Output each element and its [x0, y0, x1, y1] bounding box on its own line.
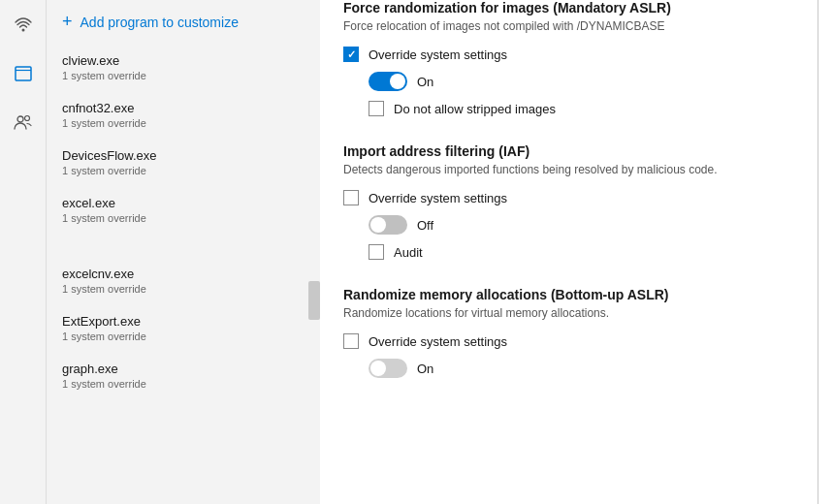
svg-rect-1: [16, 67, 31, 80]
add-program-button[interactable]: + Add program to customize: [47, 0, 320, 44]
section-title: Randomize memory allocations (Bottom-up …: [343, 287, 811, 302]
override-label-1: Override system settings: [369, 47, 507, 62]
program-name: cnfnot32.exe: [62, 101, 320, 115]
toggle-3[interactable]: [369, 359, 407, 378]
randomize-memory-section: Randomize memory allocations (Bottom-up …: [343, 287, 811, 378]
program-override: 1 system override: [62, 378, 320, 390]
override-checkbox-1[interactable]: [343, 47, 359, 62]
program-list: clview.exe 1 system override cnfnot32.ex…: [47, 44, 320, 504]
force-randomization-section: Force randomization for images (Mandator…: [343, 0, 811, 116]
svg-point-3: [17, 116, 23, 122]
section-desc: Detects dangerous imported functions bei…: [343, 163, 811, 176]
svg-point-4: [24, 116, 29, 121]
program-name: graph.exe: [62, 362, 320, 376]
list-item[interactable]: DevicesFlow.exe 1 system override: [62, 139, 320, 186]
program-override: 1 system override: [62, 331, 320, 342]
toggle-thumb-1: [390, 74, 405, 89]
add-program-label: Add program to customize: [80, 15, 239, 30]
svg-point-0: [21, 29, 24, 32]
list-item[interactable]: excel.exe 1 system override: [62, 186, 320, 234]
section-title: Force randomization for images (Mandator…: [343, 0, 811, 16]
list-item[interactable]: graph.exe 1 system override: [62, 352, 320, 399]
program-name: DevicesFlow.exe: [62, 148, 320, 163]
list-gap: [62, 234, 320, 257]
list-item[interactable]: clview.exe 1 system override: [62, 44, 320, 91]
audit-label: Audit: [394, 245, 423, 260]
toggle-label-1: On: [417, 75, 433, 89]
toggle-label-3: On: [417, 362, 433, 376]
toggle-off-2[interactable]: [369, 215, 407, 235]
override-system-setting-1: Override system settings: [343, 47, 811, 62]
list-item[interactable]: cnfnot32.exe 1 system override: [62, 91, 320, 139]
toggle-off-row: Off: [343, 215, 811, 235]
nav-icon-column: [0, 0, 47, 504]
plus-icon: +: [62, 12, 73, 32]
program-override: 1 system override: [62, 70, 320, 81]
toggle-on-1[interactable]: [369, 72, 407, 91]
program-override: 1 system override: [62, 117, 320, 129]
audit-row: Audit: [343, 244, 811, 260]
override-label-2: Override system settings: [369, 191, 507, 205]
stripped-images-checkbox[interactable]: [369, 101, 384, 116]
override-label-3: Override system settings: [369, 334, 507, 349]
scrollbar-thumb[interactable]: [308, 281, 320, 320]
stripped-images-label: Do not allow stripped images: [394, 102, 556, 116]
program-override: 1 system override: [62, 283, 320, 295]
toggle-thumb-2: [370, 217, 386, 233]
program-name: excelcnv.exe: [62, 267, 320, 281]
list-item[interactable]: ExtExport.exe 1 system override: [62, 304, 320, 352]
override-checkbox-3[interactable]: [343, 333, 359, 349]
program-override: 1 system override: [62, 165, 320, 176]
section-desc: Force relocation of images not compiled …: [343, 19, 811, 33]
window-icon[interactable]: [8, 58, 39, 89]
program-name: clview.exe: [62, 53, 320, 68]
main-content: Force randomization for images (Mandator…: [320, 0, 834, 504]
stripped-images-row: Do not allow stripped images: [343, 101, 811, 116]
vertical-divider: [818, 0, 818, 504]
program-override: 1 system override: [62, 212, 320, 224]
section-desc: Randomize locations for virtual memory a…: [343, 306, 811, 320]
import-address-filtering-section: Import address filtering (IAF) Detects d…: [343, 143, 811, 260]
override-checkbox-2[interactable]: [343, 190, 359, 205]
override-system-setting-3: Override system settings: [343, 333, 811, 349]
wifi-icon[interactable]: [8, 10, 39, 41]
list-item[interactable]: excelcnv.exe 1 system override: [62, 257, 320, 304]
toggle-label-2: Off: [417, 218, 433, 233]
audit-checkbox[interactable]: [369, 244, 384, 260]
program-name: ExtExport.exe: [62, 314, 320, 329]
toggle-on-row-1: On: [343, 72, 811, 91]
toggle-row-3: On: [343, 359, 811, 378]
program-list-column: + Add program to customize clview.exe 1 …: [47, 0, 320, 504]
override-system-setting-2: Override system settings: [343, 190, 811, 205]
program-name: excel.exe: [62, 196, 320, 210]
section-title: Import address filtering (IAF): [343, 143, 811, 159]
toggle-thumb-3: [370, 361, 386, 376]
users-icon[interactable]: [8, 107, 39, 138]
